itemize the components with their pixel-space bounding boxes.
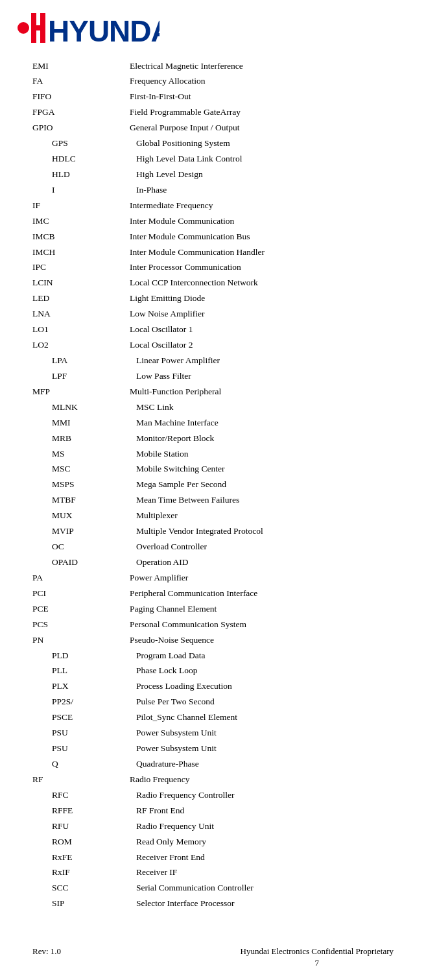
definition-cell: Pseudo-Noise Sequence [97, 632, 394, 648]
table-row: LPFLow Pass Filter [32, 368, 394, 384]
footer: Rev: 1.0 Hyundai Electronics Confidentia… [0, 946, 426, 968]
definition-cell: Frequency Allocation [97, 74, 394, 90]
definition-cell: Local Oscillator 1 [97, 322, 394, 338]
table-row: GPIOGeneral Purpose Input / Output [32, 121, 394, 136]
definition-cell: Phase Lock Loop [97, 663, 394, 679]
abbreviation-cell: OC [32, 540, 97, 555]
abbreviation-cell: ROM [32, 834, 97, 850]
abbreviation-table: EMIElectrical Magnetic InterferenceFAFre… [32, 58, 394, 912]
abbreviation-cell: LPF [32, 368, 97, 384]
abbreviation-cell: IPC [32, 260, 97, 276]
abbreviation-cell: PSCE [32, 710, 97, 726]
abbreviation-cell: IF [32, 198, 97, 213]
definition-cell: In-Phase [97, 182, 394, 198]
abbreviation-cell: PLX [32, 679, 97, 695]
definition-cell: Pulse Per Two Second [97, 695, 394, 710]
definition-cell: Selector Interface Processor [97, 896, 394, 912]
abbreviation-cell: LO2 [32, 338, 97, 353]
abbreviation-cell: MSC [32, 462, 97, 477]
definition-cell: Paging Channel Element [97, 601, 394, 617]
table-row: LNALow Noise Amplifier [32, 307, 394, 322]
abbreviation-cell: PCE [32, 601, 97, 617]
abbreviation-cell: IMCB [32, 229, 97, 245]
abbreviation-cell: GPS [32, 136, 97, 152]
table-row: IFIntermediate Frequency [32, 198, 394, 213]
abbreviation-cell: RxIF [32, 865, 97, 881]
definition-cell: Overload Controller [97, 540, 394, 555]
page-number: 7 [241, 958, 394, 968]
abbreviation-cell: MSPS [32, 477, 97, 493]
table-row: FIFOFirst-In-First-Out [32, 90, 394, 105]
table-row: PLDProgram Load Data [32, 648, 394, 663]
definition-cell: Inter Module Communication Handler [97, 245, 394, 260]
definition-cell: High Level Data Link Control [97, 152, 394, 167]
definition-cell: Intermediate Frequency [97, 198, 394, 213]
table-row: SIPSelector Interface Processor [32, 896, 394, 912]
abbreviation-cell: FPGA [32, 105, 97, 121]
table-row: RFCRadio Frequency Controller [32, 787, 394, 803]
table-row: PSCEPilot_Sync Channel Element [32, 710, 394, 726]
abbreviation-cell: FIFO [32, 90, 97, 105]
abbreviation-cell: PLL [32, 663, 97, 679]
table-row: IMCInter Module Communication [32, 213, 394, 229]
table-row: FPGAField Programmable GateArray [32, 105, 394, 121]
definition-cell: Linear Power Amplifier [97, 353, 394, 369]
definition-cell: Multiplexer [97, 508, 394, 524]
abbreviation-cell: LO1 [32, 322, 97, 338]
svg-point-0 [18, 22, 29, 34]
definition-cell: Local Oscillator 2 [97, 338, 394, 353]
table-row: HLDHigh Level Design [32, 167, 394, 182]
definition-cell: Pilot_Sync Channel Element [97, 710, 394, 726]
definition-cell: Personal Communication System [97, 617, 394, 632]
table-row: PSUPower Subsystem Unit [32, 741, 394, 757]
abbreviation-cell: PCS [32, 617, 97, 632]
table-row: GPSGlobal Positioning System [32, 136, 394, 152]
table-row: RxIFReceiver IF [32, 865, 394, 881]
table-row: SCCSerial Communication Controller [32, 881, 394, 896]
abbreviation-cell: LPA [32, 353, 97, 369]
abbreviation-cell: PSU [32, 741, 97, 757]
abbreviation-cell: MLNK [32, 400, 97, 415]
footer-right: Hyundai Electronics Confidential Proprie… [241, 946, 394, 968]
abbreviation-cell: PLD [32, 648, 97, 663]
definition-cell: Low Pass Filter [97, 368, 394, 384]
definition-cell: Local CCP Interconnection Network [97, 276, 394, 291]
abbreviation-cell: Q [32, 756, 97, 772]
main-content: EMIElectrical Magnetic InterferenceFAFre… [0, 52, 426, 951]
abbreviation-cell: SIP [32, 896, 97, 912]
definition-cell: Light Emitting Diode [97, 291, 394, 307]
definition-cell: Inter Module Communication [97, 213, 394, 229]
abbreviation-cell: RFC [32, 787, 97, 803]
abbreviation-cell: RFU [32, 819, 97, 834]
table-row: MMIMan Machine Interface [32, 415, 394, 431]
table-row: LO1Local Oscillator 1 [32, 322, 394, 338]
table-row: LEDLight Emitting Diode [32, 291, 394, 307]
definition-cell: Operation AID [97, 555, 394, 571]
abbreviation-cell: SCC [32, 881, 97, 896]
revision-label: Rev: 1.0 [32, 946, 61, 957]
abbreviation-cell: RFFE [32, 803, 97, 819]
definition-cell: Radio Frequency Unit [97, 819, 394, 834]
table-row: IIn-Phase [32, 182, 394, 198]
table-row: OCOverload Controller [32, 540, 394, 555]
table-row: MTBFMean Time Between Failures [32, 493, 394, 508]
definition-cell: Man Machine Interface [97, 415, 394, 431]
abbreviation-cell: MS [32, 446, 97, 462]
table-row: PLXProcess Loading Execution [32, 679, 394, 695]
table-row: PLLPhase Lock Loop [32, 663, 394, 679]
table-row: RFURadio Frequency Unit [32, 819, 394, 834]
definition-cell: Radio Frequency [97, 772, 394, 787]
definition-cell: Process Loading Execution [97, 679, 394, 695]
company-label: Hyundai Electronics Confidential Proprie… [241, 946, 394, 957]
abbreviation-cell: IMC [32, 213, 97, 229]
table-row: RFFERF Front End [32, 803, 394, 819]
definition-cell: Mobile Switching Center [97, 462, 394, 477]
logo-area: HYUNDAI [0, 0, 426, 52]
definition-cell: High Level Design [97, 167, 394, 182]
definition-cell: Electrical Magnetic Interference [97, 58, 394, 74]
table-row: IMCBInter Module Communication Bus [32, 229, 394, 245]
hyundai-logo: HYUNDAI [17, 9, 160, 47]
definition-cell: Global Positioning System [97, 136, 394, 152]
definition-cell: Mobile Station [97, 446, 394, 462]
table-row: MLNKMSC Link [32, 400, 394, 415]
